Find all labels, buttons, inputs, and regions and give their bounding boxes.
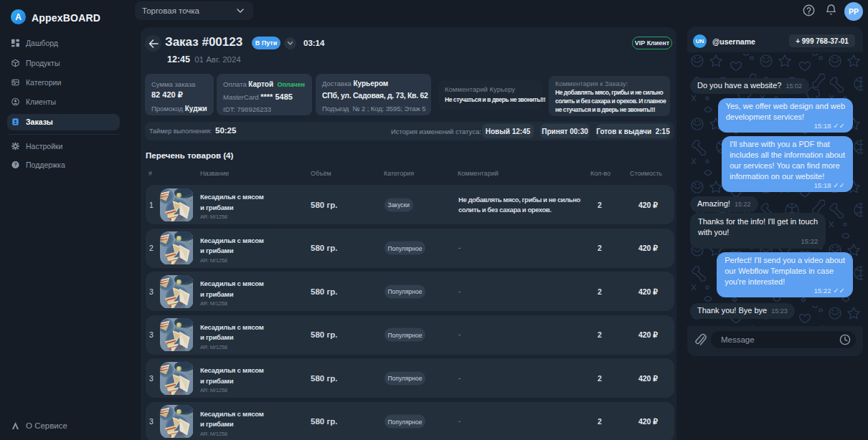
svg-text:?: ?: [14, 162, 16, 167]
